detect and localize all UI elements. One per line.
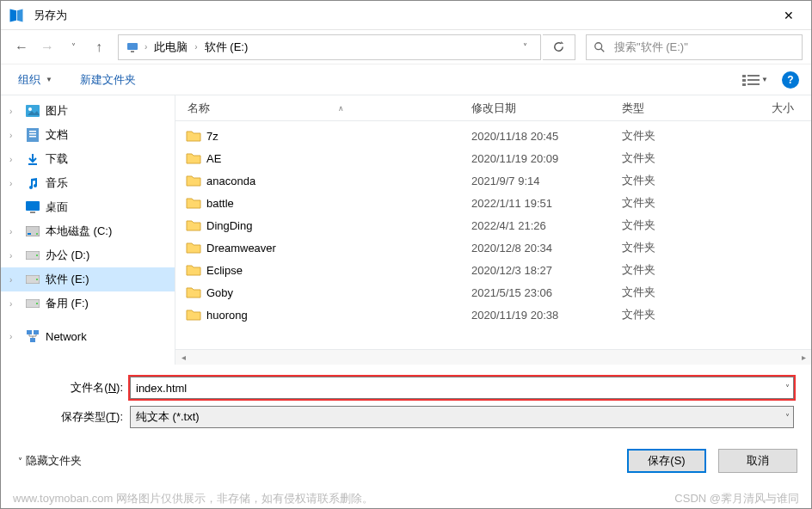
tree-item-桌面[interactable]: 桌面 — [1, 195, 175, 219]
tree-item-label: 图片 — [46, 103, 68, 119]
svg-rect-6 — [742, 79, 746, 82]
chevron-down-icon: ▼ — [46, 76, 52, 83]
up-button[interactable]: ↑ — [87, 35, 111, 59]
scroll-right-arrow[interactable]: ▸ — [796, 350, 811, 365]
column-date[interactable]: 修改日期 — [471, 101, 622, 116]
list-item[interactable]: huorong2020/11/19 20:38文件夹 — [186, 304, 811, 326]
download-icon — [25, 152, 40, 166]
drive-icon — [25, 275, 40, 284]
back-button[interactable]: ← — [9, 35, 34, 59]
file-name: Dreamweaver — [206, 242, 471, 254]
pc-icon — [126, 40, 139, 54]
svg-rect-8 — [742, 83, 746, 86]
save-form: 文件名(N): ˅ 保存类型(T): 纯文本 (*.txt) ˅ — [1, 365, 811, 442]
column-size[interactable]: 大小 — [742, 101, 811, 116]
svg-rect-20 — [28, 233, 31, 235]
chevron-right-icon[interactable]: › — [193, 42, 199, 52]
file-name: DingDing — [206, 219, 471, 232]
expand-icon[interactable]: › — [9, 131, 20, 140]
forward-button[interactable]: → — [35, 35, 59, 59]
folder-icon — [186, 197, 206, 209]
list-item[interactable]: Goby2021/5/15 23:06文件夹 — [186, 281, 811, 304]
tree-item-文档[interactable]: ›文档 — [1, 123, 175, 147]
search-input[interactable]: 搜索"软件 (E:)" — [586, 34, 803, 60]
expand-icon[interactable]: › — [9, 251, 20, 261]
file-type: 文件夹 — [622, 285, 742, 300]
tree-item-软件 (E:)[interactable]: ›软件 (E:) — [1, 267, 175, 291]
list-item[interactable]: Dreamweaver2020/12/8 20:34文件夹 — [186, 236, 811, 259]
expand-icon[interactable]: › — [9, 107, 20, 116]
filename-dropdown[interactable]: ˅ — [785, 383, 790, 393]
expand-icon[interactable]: › — [9, 299, 20, 309]
svg-rect-4 — [742, 75, 746, 77]
filetype-label: 保存类型(T): — [18, 409, 130, 425]
tree-item-Network[interactable]: ›Network — [1, 324, 175, 348]
save-button[interactable]: 保存(S) — [627, 449, 706, 473]
view-options-button[interactable]: ▼ — [739, 71, 772, 89]
organize-button[interactable]: 组织 ▼ — [13, 69, 58, 91]
horizontal-scrollbar[interactable]: ◂ ▸ — [175, 349, 811, 365]
tree-item-办公 (D:)[interactable]: ›办公 (D:) — [1, 243, 175, 267]
filetype-select[interactable]: 纯文本 (*.txt) ˅ — [130, 406, 794, 428]
file-date: 2020/11/19 20:09 — [471, 152, 622, 165]
expand-icon[interactable]: › — [9, 155, 20, 164]
svg-rect-30 — [30, 338, 35, 342]
scroll-left-arrow[interactable]: ◂ — [175, 350, 191, 365]
search-placeholder: 搜索"软件 (E:)" — [614, 40, 688, 55]
breadcrumb-drive[interactable]: 软件 (E:) — [200, 40, 254, 55]
file-date: 2021/9/7 9:14 — [471, 175, 622, 187]
list-item[interactable]: DingDing2022/4/1 21:26文件夹 — [186, 214, 811, 236]
hide-folders-toggle[interactable]: ˅ 隐藏文件夹 — [18, 453, 82, 469]
help-button[interactable]: ? — [782, 71, 799, 89]
svg-point-23 — [36, 254, 38, 256]
list-item[interactable]: 7z2020/11/18 20:45文件夹 — [186, 125, 811, 147]
close-button[interactable]: ✕ — [770, 2, 808, 29]
file-type: 文件夹 — [622, 195, 742, 211]
expand-icon[interactable]: › — [9, 179, 20, 188]
svg-point-21 — [36, 233, 38, 235]
file-name: battle — [206, 197, 471, 210]
list-item[interactable]: anaconda2021/9/7 9:14文件夹 — [186, 169, 811, 192]
list-item[interactable]: Eclipse2020/12/3 18:27文件夹 — [186, 259, 811, 281]
desktop-icon — [25, 201, 40, 213]
file-date: 2021/5/15 23:06 — [471, 286, 622, 299]
list-item[interactable]: battle2022/1/11 19:51文件夹 — [186, 192, 811, 214]
tree-item-备用 (F:)[interactable]: ›备用 (F:) — [1, 291, 175, 316]
file-type: 文件夹 — [622, 150, 742, 166]
tree-item-本地磁盘 (C:)[interactable]: ›本地磁盘 (C:) — [1, 219, 175, 243]
cancel-button[interactable]: 取消 — [718, 449, 797, 473]
dialog-footer: ˅ 隐藏文件夹 保存(S) 取消 — [1, 442, 811, 480]
expand-icon[interactable]: › — [9, 275, 20, 285]
svg-rect-13 — [29, 131, 36, 132]
svg-point-27 — [36, 303, 38, 304]
column-name[interactable]: 名称∧ — [188, 101, 471, 116]
tree-item-label: 本地磁盘 (C:) — [46, 224, 112, 239]
svg-point-2 — [595, 42, 602, 49]
expand-icon[interactable]: › — [9, 227, 20, 236]
file-date: 2020/12/3 18:27 — [471, 264, 622, 277]
chevron-right-icon[interactable]: › — [143, 42, 149, 52]
file-date: 2020/11/18 20:45 — [471, 130, 622, 143]
navigation-row: ← → ˅ ↑ › 此电脑 › 软件 (E:) ˅ 搜索"软件 (E:)" — [1, 30, 811, 64]
address-bar[interactable]: › 此电脑 › 软件 (E:) ˅ — [118, 34, 541, 60]
address-dropdown[interactable]: ˅ — [513, 35, 537, 59]
list-item[interactable]: AE2020/11/19 20:09文件夹 — [186, 147, 811, 169]
file-list: 名称∧ 修改日期 类型 大小 7z2020/11/18 20:45文件夹AE20… — [175, 95, 811, 365]
file-name: 7z — [206, 130, 471, 143]
drive-icon — [25, 251, 40, 260]
folder-icon — [186, 219, 206, 231]
breadcrumb-pc[interactable]: 此电脑 — [149, 40, 193, 55]
folder-icon — [186, 175, 206, 187]
new-folder-button[interactable]: 新建文件夹 — [75, 69, 141, 91]
tree-item-图片[interactable]: ›图片 — [1, 99, 175, 123]
recent-dropdown[interactable]: ˅ — [61, 35, 85, 59]
refresh-button[interactable] — [543, 34, 575, 60]
column-type[interactable]: 类型 — [622, 101, 742, 116]
file-name: Eclipse — [206, 264, 471, 277]
tree-item-label: 文档 — [46, 127, 68, 143]
filename-input[interactable] — [136, 382, 788, 395]
tree-item-音乐[interactable]: ›音乐 — [1, 171, 175, 195]
expand-icon[interactable]: › — [9, 332, 20, 341]
file-type: 文件夹 — [622, 173, 742, 188]
tree-item-下载[interactable]: ›下载 — [1, 147, 175, 171]
